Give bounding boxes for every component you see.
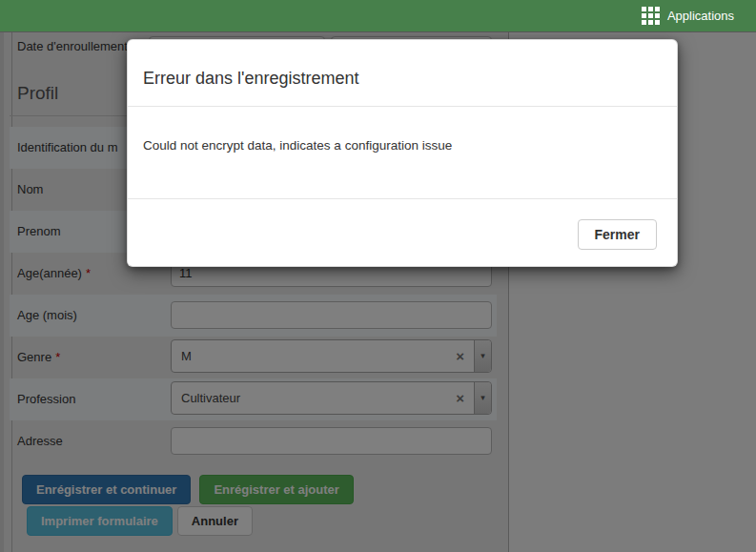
top-navbar: Applications bbox=[0, 0, 756, 31]
modal-title: Erreur dans l'enregistrement bbox=[143, 69, 662, 89]
apps-menu-button[interactable]: Applications bbox=[642, 7, 734, 25]
modal-message: Could not encrypt data, indicates a conf… bbox=[143, 138, 662, 153]
error-modal: Erreur dans l'enregistrement Could not e… bbox=[127, 39, 678, 267]
modal-footer: Fermer bbox=[128, 198, 677, 266]
apps-grid-icon bbox=[642, 7, 660, 25]
modal-body: Could not encrypt data, indicates a conf… bbox=[128, 107, 677, 198]
modal-header: Erreur dans l'enregistrement bbox=[128, 40, 677, 107]
apps-menu-label: Applications bbox=[667, 9, 734, 23]
close-modal-button[interactable]: Fermer bbox=[578, 219, 657, 250]
